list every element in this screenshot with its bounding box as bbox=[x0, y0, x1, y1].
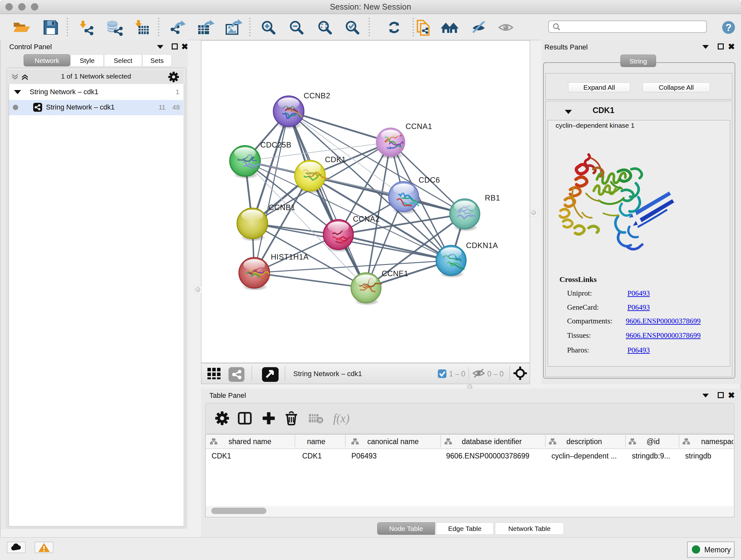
svg-text:0 – 0: 0 – 0 bbox=[487, 370, 503, 378]
svg-text:String Network – cdk1: String Network – cdk1 bbox=[293, 370, 362, 378]
svg-text:?: ? bbox=[725, 22, 732, 33]
svg-text:1 – 0: 1 – 0 bbox=[449, 370, 465, 378]
svg-text:shared name: shared name bbox=[228, 437, 271, 446]
svg-text:CCNA2: CCNA2 bbox=[353, 214, 380, 223]
svg-text:canonical name: canonical name bbox=[367, 437, 419, 446]
svg-text:RB1: RB1 bbox=[485, 193, 500, 202]
svg-text:database identifier: database identifier bbox=[462, 437, 522, 446]
svg-text:name: name bbox=[307, 437, 326, 446]
svg-text:description: description bbox=[566, 437, 602, 446]
svg-text:namespace: namespace bbox=[701, 437, 733, 446]
svg-text:CCNB1: CCNB1 bbox=[269, 203, 295, 212]
svg-text:CDC25B: CDC25B bbox=[260, 140, 291, 149]
svg-text:CDC6: CDC6 bbox=[419, 176, 440, 184]
svg-text:CDKN1A: CDKN1A bbox=[466, 241, 498, 250]
svg-text:HIST1H1A: HIST1H1A bbox=[271, 253, 309, 261]
svg-text:CDK1: CDK1 bbox=[325, 155, 346, 164]
svg-text:CCNE1: CCNE1 bbox=[382, 269, 408, 278]
svg-text:@id: @id bbox=[647, 437, 660, 446]
svg-text:CCNB2: CCNB2 bbox=[304, 91, 330, 100]
svg-text:f(x): f(x) bbox=[333, 412, 349, 425]
svg-text:CCNA1: CCNA1 bbox=[406, 122, 432, 131]
